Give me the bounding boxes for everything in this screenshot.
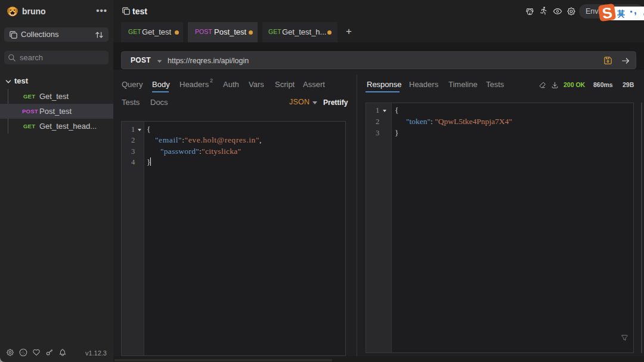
svg-text:,: , [634, 10, 637, 16]
